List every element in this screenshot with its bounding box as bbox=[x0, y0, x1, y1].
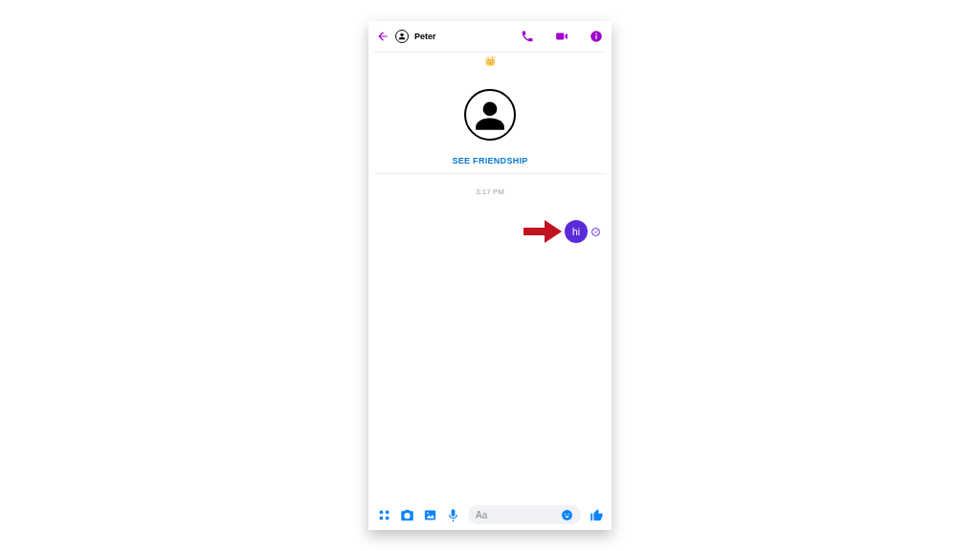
image-icon bbox=[423, 508, 437, 522]
svg-point-0 bbox=[400, 33, 403, 36]
like-button[interactable] bbox=[589, 507, 604, 522]
svg-point-16 bbox=[562, 510, 572, 520]
svg-point-7 bbox=[379, 510, 383, 514]
svg-point-8 bbox=[385, 510, 389, 514]
outgoing-message-bubble[interactable]: hi bbox=[565, 220, 588, 243]
svg-point-18 bbox=[568, 513, 568, 514]
gallery-button[interactable] bbox=[422, 507, 437, 522]
see-friendship-link[interactable]: SEE FRIENDSHIP bbox=[368, 156, 612, 165]
message-composer: Aa bbox=[368, 499, 612, 530]
outgoing-message-row: hi bbox=[565, 220, 600, 243]
check-icon bbox=[593, 229, 599, 234]
info-icon bbox=[590, 30, 603, 43]
svg-rect-5 bbox=[523, 228, 546, 235]
svg-rect-2 bbox=[595, 35, 596, 39]
emoji-icon bbox=[561, 509, 573, 521]
svg-point-3 bbox=[595, 33, 597, 35]
thumbs-up-icon bbox=[590, 508, 604, 522]
annotation-arrow bbox=[523, 220, 562, 243]
chat-header: Peter bbox=[368, 21, 612, 52]
contact-name[interactable]: Peter bbox=[414, 32, 436, 41]
person-icon bbox=[397, 32, 407, 41]
svg-point-4 bbox=[483, 102, 498, 117]
back-button[interactable] bbox=[376, 30, 390, 43]
emoji-picker-button[interactable] bbox=[560, 508, 573, 521]
more-apps-button[interactable] bbox=[376, 507, 391, 522]
video-call-button[interactable] bbox=[554, 29, 569, 44]
message-input-placeholder: Aa bbox=[476, 510, 554, 520]
conversation-area[interactable]: 3:17 PM hi bbox=[368, 174, 612, 499]
svg-rect-15 bbox=[451, 509, 455, 517]
delivery-status bbox=[591, 228, 600, 236]
camera-icon bbox=[400, 508, 414, 522]
svg-point-11 bbox=[405, 514, 409, 518]
svg-point-17 bbox=[565, 513, 566, 514]
contact-avatar-small[interactable] bbox=[395, 30, 409, 43]
camera-button[interactable] bbox=[399, 507, 414, 522]
svg-point-10 bbox=[385, 516, 389, 519]
messenger-chat-screen: Peter 👑 SEE FRIENDSHIP 3:17 PM bbox=[368, 21, 612, 530]
voice-clip-button[interactable] bbox=[445, 507, 460, 522]
arrow-left-icon bbox=[376, 30, 390, 43]
person-icon bbox=[470, 95, 510, 135]
grid-icon bbox=[377, 508, 391, 522]
arrow-right-icon bbox=[523, 220, 562, 243]
message-input[interactable]: Aa bbox=[468, 505, 581, 524]
svg-marker-6 bbox=[545, 220, 562, 243]
status-emoji-row: 👑 bbox=[368, 53, 612, 72]
contact-avatar-large[interactable] bbox=[464, 89, 516, 141]
contact-profile-section bbox=[368, 89, 612, 141]
message-timestamp: 3:17 PM bbox=[374, 187, 606, 196]
svg-point-9 bbox=[379, 516, 383, 519]
crown-icon: 👑 bbox=[484, 56, 496, 66]
microphone-icon bbox=[446, 508, 460, 522]
video-icon bbox=[555, 30, 568, 43]
svg-point-14 bbox=[427, 512, 429, 514]
info-button[interactable] bbox=[589, 29, 604, 44]
voice-call-button[interactable] bbox=[520, 29, 535, 44]
svg-rect-12 bbox=[424, 510, 434, 519]
phone-icon bbox=[521, 30, 534, 43]
